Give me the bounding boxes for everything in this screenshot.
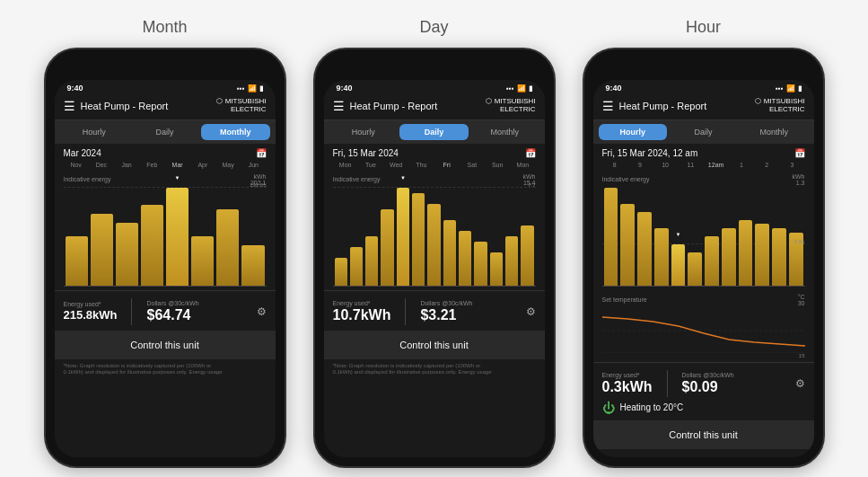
calendar-icon[interactable]: 📅 <box>794 148 805 158</box>
time-label: Dec <box>89 162 114 168</box>
phone-shell: 9:40 ▪▪▪ 📶 ▮ ☰ Heat Pump - Report ⬡ MITS… <box>583 48 825 468</box>
time-label: Wed <box>383 162 408 168</box>
control-unit-button[interactable]: Control this unit <box>324 331 545 359</box>
bar-indicator: ▼ <box>675 232 680 237</box>
brand-logo: ⬡ MITSUBISHI ELECTRIC <box>486 98 535 114</box>
bar <box>755 224 769 286</box>
brand-logo: ⬡ MITSUBISHI ELECTRIC <box>216 98 266 114</box>
bar <box>241 245 264 286</box>
bar-indicator: ▼ <box>400 175 406 181</box>
time-labels-row: NovDecJanFebMarAprMayJun <box>55 160 276 170</box>
menu-icon[interactable]: ☰ <box>64 99 75 113</box>
time-label: Fri <box>434 162 460 168</box>
time-label: 8 <box>602 162 627 168</box>
bar <box>620 204 635 286</box>
line-chart-area: Set temperature °C 30 15 <box>593 290 814 362</box>
dollars-label: Dollars @30c/kWh <box>420 300 472 306</box>
indicative-energy-label: Indicative energy <box>333 176 381 182</box>
indicative-energy-label: Indicative energy <box>64 176 111 182</box>
column-hour: Hour 9:40 ▪▪▪ 📶 ▮ ☰ Heat Pump - Report ⬡… <box>583 18 825 468</box>
status-bar: 9:40 ▪▪▪ 📶 ▮ <box>593 80 814 94</box>
bar <box>705 236 719 286</box>
status-bar: 9:40 ▪▪▪ 📶 ▮ <box>324 80 545 94</box>
app-title: Heat Pump - Report <box>81 101 169 111</box>
energy-used-label: Energy used* <box>64 301 118 307</box>
date-display: Mar 2024 <box>64 148 101 158</box>
bar-indicator: ▼ <box>175 175 180 181</box>
tab-monthly[interactable]: Monthly <box>470 124 539 140</box>
tab-hourly[interactable]: Hourly <box>329 124 399 140</box>
bar <box>381 209 393 286</box>
energy-used-value: 10.7kWh <box>333 307 391 323</box>
bar-chart-area: Indicative energy kWh 1.3 ▼0.61 <box>593 170 814 290</box>
status-time: 9:40 <box>606 84 622 93</box>
menu-icon[interactable]: ☰ <box>602 99 614 113</box>
date-bar: Mar 2024 📅 <box>55 144 276 160</box>
chart-label-row: Indicative energy kWh 202.1 <box>64 173 267 186</box>
bar <box>141 205 163 285</box>
chart-grid-line <box>333 187 536 188</box>
time-labels-row: 89101112am123 <box>593 160 814 170</box>
phone-notch <box>668 58 740 75</box>
bar <box>637 212 652 286</box>
date-display: Fri, 15 Mar 2024 <box>333 148 399 158</box>
signal-icon: ▪▪▪ <box>506 84 514 93</box>
time-label: May <box>215 162 241 168</box>
status-time: 9:40 <box>337 84 353 93</box>
status-time: 9:40 <box>67 84 83 93</box>
time-labels-row: MonTueWedThuFriSatSunMon <box>324 160 545 170</box>
dollars-label: Dollars @30c/kWh <box>146 300 198 306</box>
bar <box>412 193 425 286</box>
column-title: Hour <box>686 18 721 37</box>
dollars-item: Dollars @30c/kWh $64.74 <box>146 300 198 323</box>
bar <box>505 236 518 286</box>
tab-daily[interactable]: Daily <box>669 124 738 140</box>
line-chart-label-row: Set temperature °C 30 <box>602 294 805 306</box>
line-chart-y-labels: 15 <box>602 353 805 358</box>
gear-icon[interactable]: ⚙ <box>257 305 267 318</box>
column-day: Day 9:40 ▪▪▪ 📶 ▮ ☰ Heat Pump - Report ⬡ … <box>313 18 556 468</box>
bar-chart: ▼131.05 <box>64 188 267 287</box>
control-unit-button[interactable]: Control this unit <box>593 420 814 449</box>
date-bar: Fri, 15 Mar 2024 📅 <box>324 144 545 160</box>
brand-logo: ⬡ MITSUBISHI ELECTRIC <box>755 98 804 114</box>
gear-icon[interactable]: ⚙ <box>795 377 805 390</box>
app-header: ☰ Heat Pump - Report ⬡ MITSUBISHI ELECTR… <box>55 94 276 120</box>
bar <box>604 188 618 286</box>
time-label: 12am <box>704 162 729 168</box>
phone-notch <box>399 58 470 75</box>
time-label: 1 <box>729 162 754 168</box>
bar <box>739 220 753 286</box>
y-mid-label: 15 <box>799 353 805 358</box>
grid-value-label: 131.05 <box>250 182 266 188</box>
tab-hourly[interactable]: Hourly <box>60 124 129 140</box>
tab-daily[interactable]: Daily <box>130 124 199 140</box>
time-label: Thu <box>408 162 434 168</box>
battery-icon: ▮ <box>529 84 532 93</box>
tab-monthly[interactable]: Monthly <box>740 124 809 140</box>
date-display: Fri, 15 Mar 2024, 12 am <box>602 148 698 158</box>
wifi-icon: 📶 <box>248 84 257 93</box>
bar-chart: ▼0.61 <box>602 188 805 287</box>
tab-daily[interactable]: Daily <box>399 124 469 140</box>
energy-used-label: Energy used* <box>333 300 391 306</box>
control-unit-button[interactable]: Control this unit <box>55 331 276 359</box>
tab-hourly[interactable]: Hourly <box>599 124 668 140</box>
gear-icon[interactable]: ⚙ <box>526 305 536 318</box>
battery-icon: ▮ <box>259 84 263 93</box>
energy-divider <box>667 370 668 397</box>
bar-chart: ▼7.7 <box>333 188 536 287</box>
bar-chart-area: Indicative energy kWh 202.1 ▼131.05 <box>55 170 276 290</box>
time-label: Feb <box>139 162 164 168</box>
calendar-icon[interactable]: 📅 <box>525 148 536 158</box>
menu-icon[interactable]: ☰ <box>333 99 345 113</box>
bar <box>335 258 347 285</box>
energy-row: Energy used* 215.8kWh Dollars @30c/kWh $… <box>64 298 267 325</box>
tab-monthly[interactable]: Monthly <box>201 124 270 140</box>
dollars-value: $3.21 <box>420 307 472 323</box>
time-label: 2 <box>754 162 779 168</box>
calendar-icon[interactable]: 📅 <box>256 148 267 158</box>
line-chart-y-max: °C 30 <box>798 294 805 306</box>
chart-top-value: kWh 1.3 <box>793 173 805 186</box>
bar <box>66 236 88 286</box>
